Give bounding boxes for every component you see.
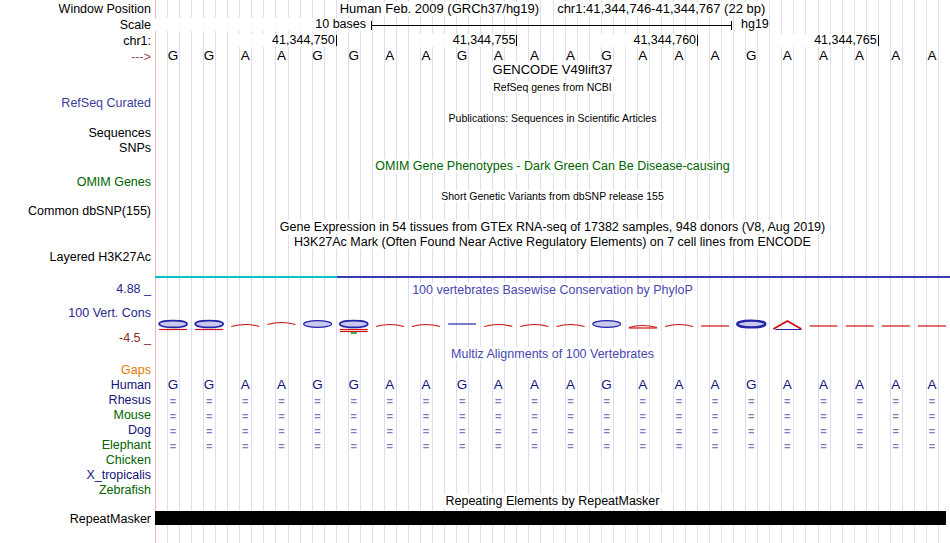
align-mark: = — [697, 440, 733, 453]
ruler-tick-mark — [516, 35, 517, 46]
scale-ruler-line — [371, 25, 731, 26]
align-mark: = — [842, 440, 878, 453]
repeatmasker-track-label[interactable]: RepeatMasker — [0, 512, 151, 526]
align-mark: = — [263, 410, 299, 423]
species-label-mouse[interactable]: Mouse — [0, 408, 151, 422]
align-mark: = — [553, 395, 589, 408]
aligned-base-letter: A — [480, 378, 516, 392]
align-mark: = — [553, 410, 589, 423]
ruler-tick-label: 41,344,765 — [777, 34, 877, 47]
omim-genes-track-label[interactable]: OMIM Genes — [0, 175, 151, 189]
genome-browser-image: Human Feb. 2009 (GRCh37/hg19) chr1:41,34… — [0, 0, 950, 543]
species-label-elephant[interactable]: Elephant — [0, 438, 151, 452]
align-mark: = — [480, 425, 516, 438]
align-mark: = — [516, 395, 552, 408]
align-mark: = — [769, 425, 805, 438]
align-mark: = — [480, 410, 516, 423]
base-letter: A — [516, 49, 552, 63]
snps-track-label[interactable]: SNPs — [0, 141, 151, 155]
h3k27ac-track-label[interactable]: Layered H3K27Ac — [0, 250, 151, 264]
align-mark: = — [191, 395, 227, 408]
wiggle-mark — [484, 325, 512, 327]
wiggle-mark — [593, 321, 621, 328]
wiggle-mark — [412, 325, 440, 327]
base-letter: G — [444, 49, 480, 63]
scale-label: Scale — [0, 18, 151, 32]
species-label-chicken[interactable]: Chicken — [0, 453, 151, 467]
base-letter: A — [408, 49, 444, 63]
assembly-title: Human Feb. 2009 (GRCh37/hg19) — [339, 2, 540, 16]
species-label-x_tropicalis[interactable]: X_tropicalis — [0, 468, 151, 482]
align-mark: = — [553, 440, 589, 453]
align-mark: = — [408, 410, 444, 423]
align-mark: = — [300, 425, 336, 438]
align-mark: = — [733, 425, 769, 438]
align-mark: = — [733, 410, 769, 423]
base-letter: G — [336, 49, 372, 63]
align-mark: = — [263, 395, 299, 408]
align-mark: = — [155, 395, 191, 408]
wiggle-mark — [773, 321, 801, 329]
wiggle-mark — [304, 321, 332, 328]
align-mark: = — [842, 425, 878, 438]
align-mark: = — [697, 425, 733, 438]
wiggle-mark — [629, 326, 657, 328]
sequences-track-label[interactable]: Sequences — [0, 126, 151, 140]
align-mark: = — [372, 440, 408, 453]
species-label-rhesus[interactable]: Rhesus — [0, 393, 151, 407]
align-mark: = — [480, 440, 516, 453]
base-letter: A — [480, 49, 516, 63]
aligned-base-letter: A — [769, 378, 805, 392]
phylop-wiggle-track[interactable] — [155, 310, 950, 340]
base-letter: A — [878, 49, 914, 63]
aligned-base-letter: A — [263, 378, 299, 392]
strand-arrow-label: ---> — [0, 50, 151, 64]
species-label-gaps[interactable]: Gaps — [0, 363, 151, 377]
dbsnp-track-label[interactable]: Common dbSNP(155) — [0, 204, 151, 218]
align-mark: = — [806, 440, 842, 453]
aligned-base-letter: A — [372, 378, 408, 392]
align-mark: = — [625, 395, 661, 408]
align-mark: = — [191, 410, 227, 423]
align-mark: = — [480, 395, 516, 408]
aligned-base-letter: A — [697, 378, 733, 392]
aligned-base-letter: A — [878, 378, 914, 392]
wiggle-mark — [557, 325, 585, 327]
repeatmasker-element-bar[interactable] — [155, 511, 946, 525]
species-label-dog[interactable]: Dog — [0, 423, 151, 437]
aligned-base-letter: A — [227, 378, 263, 392]
align-mark: = — [336, 440, 372, 453]
phylop-track-label[interactable]: 100 Vert. Cons — [0, 306, 151, 320]
align-mark: = — [444, 410, 480, 423]
aligned-base-letter: G — [444, 378, 480, 392]
base-letter: A — [227, 49, 263, 63]
aligned-base-letter: G — [300, 378, 336, 392]
refseq-subtitle: RefSeq genes from NCBI — [155, 80, 950, 94]
ruler-tick-label: 41,344,755 — [415, 34, 515, 47]
wiggle-mark — [737, 321, 765, 328]
omim-title: OMIM Gene Phenotypes - Dark Green Can Be… — [155, 159, 950, 173]
base-letter: A — [697, 49, 733, 63]
species-label-zebrafish[interactable]: Zebrafish — [0, 483, 151, 497]
align-mark: = — [842, 410, 878, 423]
align-mark: = — [372, 395, 408, 408]
wiggle-mark — [340, 321, 368, 328]
align-mark: = — [336, 410, 372, 423]
refseq-curated-track-label[interactable]: RefSeq Curated — [0, 96, 151, 110]
align-mark: = — [408, 395, 444, 408]
h3k27ac-signal-line-teal — [155, 276, 337, 278]
align-mark: = — [408, 440, 444, 453]
wiggle-mark — [231, 325, 259, 327]
align-mark: = — [300, 410, 336, 423]
species-label-human[interactable]: Human — [0, 378, 151, 392]
aligned-base-letter: A — [914, 378, 950, 392]
align-mark: = — [769, 410, 805, 423]
aligned-base-letter: G — [155, 378, 191, 392]
base-letter: A — [842, 49, 878, 63]
align-mark: = — [227, 440, 263, 453]
align-mark: = — [336, 425, 372, 438]
align-mark: = — [336, 395, 372, 408]
align-mark: = — [553, 425, 589, 438]
wiggle-mark — [195, 321, 223, 328]
align-mark: = — [300, 440, 336, 453]
